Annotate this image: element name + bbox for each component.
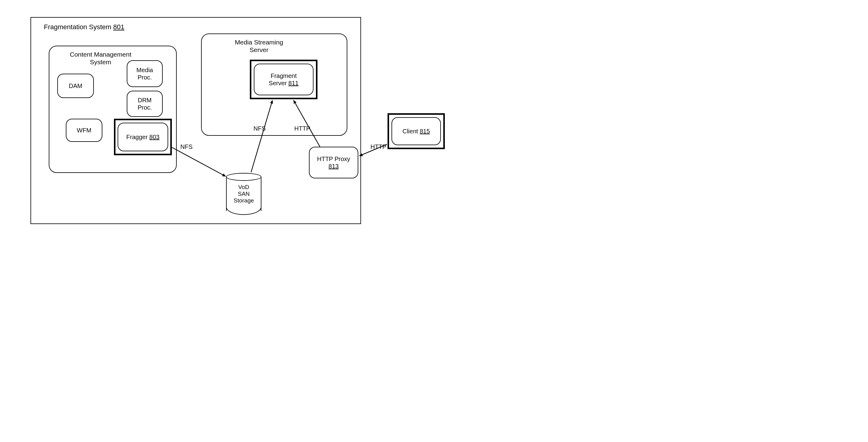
drm-proc-line1: DRM xyxy=(138,97,152,104)
http-label-2: HTTP xyxy=(370,143,386,150)
diagram-canvas: Fragmentation System 801 Content Managem… xyxy=(6,6,447,231)
wfm-box: WFM xyxy=(66,119,102,142)
fragment-server-prefix: Server xyxy=(269,80,288,87)
fragmentation-system-title-text: Fragmentation System xyxy=(44,23,113,31)
dam-box: DAM xyxy=(57,74,94,98)
client-box: Client 815 xyxy=(392,117,441,145)
http-proxy-num: 813 xyxy=(329,163,339,170)
media-proc-line1: Media xyxy=(136,66,153,74)
storage-line2: SAN xyxy=(238,191,250,197)
http-proxy-line1: HTTP Proxy xyxy=(317,155,350,163)
fragger-label: Fragger 803 xyxy=(126,133,160,141)
fragger-box: Fragger 803 xyxy=(118,123,168,151)
storage-line3: Storage xyxy=(234,197,254,204)
fragment-server-num: 811 xyxy=(288,80,299,87)
http-proxy-box: HTTP Proxy 813 xyxy=(309,147,358,178)
nfs-label-1: NFS xyxy=(180,143,192,150)
fragment-server-line1: Fragment xyxy=(271,72,297,79)
storage-cylinder: VoD SAN Storage xyxy=(226,173,261,215)
fragmentation-system-title: Fragmentation System 801 xyxy=(44,23,124,31)
dam-label: DAM xyxy=(69,82,82,90)
cms-title-line1: Content Management xyxy=(70,51,131,58)
client-prefix: Client xyxy=(402,128,420,135)
fragment-server-box: Fragment Server 811 xyxy=(254,64,313,95)
http-label-1: HTTP xyxy=(294,125,310,132)
fragmentation-system-title-num: 801 xyxy=(113,23,124,31)
drm-proc-box: DRM Proc. xyxy=(127,91,163,117)
client-num: 815 xyxy=(420,128,430,135)
nfs-label-2: NFS xyxy=(253,125,266,132)
mss-title-line1: Media Streaming xyxy=(235,39,283,46)
mss-title-line2: Server xyxy=(250,46,269,53)
mss-title: Media Streaming Server xyxy=(219,38,299,54)
storage-line1: VoD xyxy=(238,184,249,190)
fragger-num: 803 xyxy=(149,134,159,140)
media-proc-line2: Proc. xyxy=(138,74,152,81)
cms-title-line2: System xyxy=(90,59,111,65)
client-label: Client 815 xyxy=(402,128,430,135)
drm-proc-line2: Proc. xyxy=(138,104,152,111)
fragment-server-line2: Server 811 xyxy=(269,79,299,87)
fragger-prefix: Fragger xyxy=(126,134,150,140)
media-proc-box: Media Proc. xyxy=(127,60,163,87)
wfm-label: WFM xyxy=(77,127,91,134)
